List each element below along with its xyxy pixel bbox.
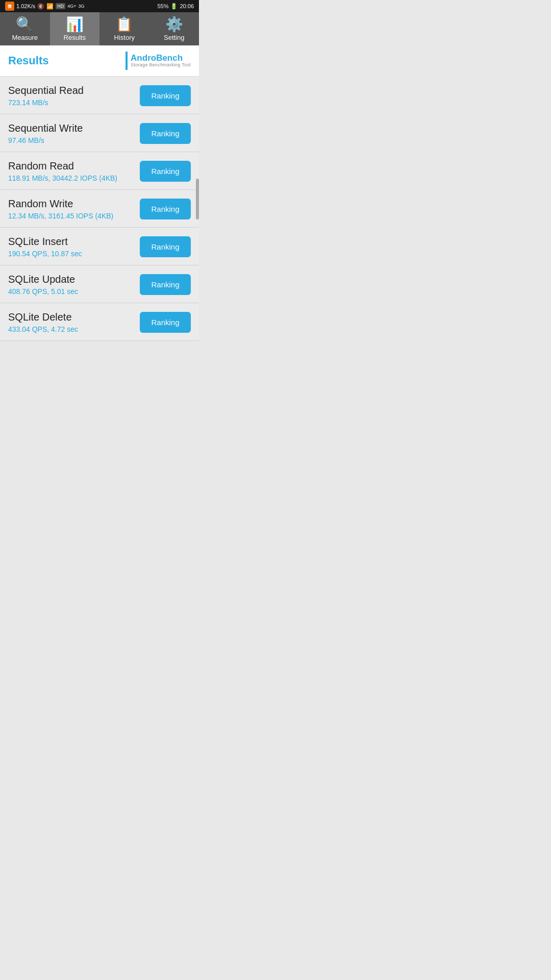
result-info: Sequential Write 97.46 MB/s	[8, 122, 140, 144]
brand-logo-bar	[126, 52, 128, 70]
wifi-icon: 📶	[46, 3, 54, 10]
result-info: SQLite Update 408.76 QPS, 5.01 sec	[8, 274, 140, 296]
measure-icon: 🔍	[16, 17, 34, 32]
result-name: Sequential Read	[8, 85, 140, 96]
battery-percent: 55%	[157, 3, 168, 9]
result-info: SQLite Insert 190.54 QPS, 10.87 sec	[8, 236, 140, 258]
scrollbar[interactable]	[196, 179, 199, 219]
result-list: Sequential Read 723.14 MB/s Ranking Sequ…	[0, 77, 199, 341]
tab-results[interactable]: 📊 Results	[50, 12, 100, 45]
result-info: Random Write 12.34 MB/s, 3161.45 IOPS (4…	[8, 198, 140, 220]
signal-4g-icon: 4G+	[67, 4, 76, 9]
result-info: Random Read 118.91 MB/s, 30442.2 IOPS (4…	[8, 160, 140, 182]
result-name: Random Read	[8, 160, 140, 172]
ranking-button[interactable]: Ranking	[140, 123, 191, 144]
result-name: Sequential Write	[8, 122, 140, 134]
nav-tabs: 🔍 Measure 📊 Results 📋 History ⚙️ Setting	[0, 12, 199, 45]
content-wrapper: Sequential Read 723.14 MB/s Ranking Sequ…	[0, 77, 199, 341]
battery-icon: 🔋	[170, 3, 178, 10]
result-item: Sequential Write 97.46 MB/s Ranking	[0, 114, 199, 152]
tab-history-label: History	[114, 34, 135, 41]
ranking-button[interactable]: Ranking	[140, 312, 191, 333]
ranking-button[interactable]: Ranking	[140, 85, 191, 106]
result-name: SQLite Delete	[8, 311, 140, 323]
status-bar: 微 1.02K/s 🔇 📶 HD 4G+ 3G 55% 🔋 20:06	[0, 0, 199, 12]
ranking-button[interactable]: Ranking	[140, 161, 191, 182]
tab-history[interactable]: 📋 History	[99, 12, 149, 45]
result-item: Sequential Read 723.14 MB/s Ranking	[0, 77, 199, 114]
hd-badge: HD	[56, 3, 65, 9]
result-value: 408.76 QPS, 5.01 sec	[8, 287, 140, 296]
results-icon: 📊	[66, 17, 84, 32]
clock: 20:06	[180, 3, 194, 9]
tab-results-label: Results	[64, 34, 86, 41]
brand-name: AndroBench	[131, 54, 191, 63]
results-title: Results	[8, 54, 48, 67]
brand-logo: AndroBench Storage Benchmarking Tool	[126, 52, 191, 70]
brand-name-part1: Andro	[131, 53, 156, 63]
app-icon: 微	[5, 2, 14, 11]
result-value: 433.04 QPS, 4.72 sec	[8, 325, 140, 333]
result-value: 190.54 QPS, 10.87 sec	[8, 250, 140, 258]
tab-setting[interactable]: ⚙️ Setting	[149, 12, 199, 45]
result-name: Random Write	[8, 198, 140, 210]
mute-icon: 🔇	[37, 3, 44, 10]
tab-measure[interactable]: 🔍 Measure	[0, 12, 50, 45]
status-bar-right: 55% 🔋 20:06	[157, 3, 194, 10]
result-item: Random Write 12.34 MB/s, 3161.45 IOPS (4…	[0, 190, 199, 228]
result-info: Sequential Read 723.14 MB/s	[8, 85, 140, 107]
status-bar-left: 微 1.02K/s 🔇 📶 HD 4G+ 3G	[5, 2, 85, 11]
ranking-button[interactable]: Ranking	[140, 199, 191, 219]
tab-setting-label: Setting	[164, 34, 184, 41]
result-name: SQLite Update	[8, 274, 140, 285]
brand-name-part2: Bench	[156, 53, 183, 63]
tab-measure-label: Measure	[12, 34, 38, 41]
result-item: SQLite Update 408.76 QPS, 5.01 sec Ranki…	[0, 265, 199, 303]
setting-icon: ⚙️	[165, 17, 183, 32]
result-item: SQLite Insert 190.54 QPS, 10.87 sec Rank…	[0, 228, 199, 265]
brand-logo-text: AndroBench Storage Benchmarking Tool	[131, 54, 191, 68]
brand-sub: Storage Benchmarking Tool	[131, 63, 191, 68]
ranking-button[interactable]: Ranking	[140, 236, 191, 257]
signal-3g-icon: 3G	[79, 4, 85, 9]
result-item: Random Read 118.91 MB/s, 30442.2 IOPS (4…	[0, 152, 199, 190]
ranking-button[interactable]: Ranking	[140, 274, 191, 295]
result-value: 12.34 MB/s, 3161.45 IOPS (4KB)	[8, 212, 140, 220]
history-icon: 📋	[115, 17, 133, 32]
result-item: SQLite Delete 433.04 QPS, 4.72 sec Ranki…	[0, 303, 199, 341]
result-name: SQLite Insert	[8, 236, 140, 248]
result-value: 118.91 MB/s, 30442.2 IOPS (4KB)	[8, 174, 140, 182]
results-header: Results AndroBench Storage Benchmarking …	[0, 45, 199, 77]
result-info: SQLite Delete 433.04 QPS, 4.72 sec	[8, 311, 140, 333]
network-speed: 1.02K/s	[16, 3, 35, 9]
result-value: 723.14 MB/s	[8, 99, 140, 107]
result-value: 97.46 MB/s	[8, 136, 140, 144]
